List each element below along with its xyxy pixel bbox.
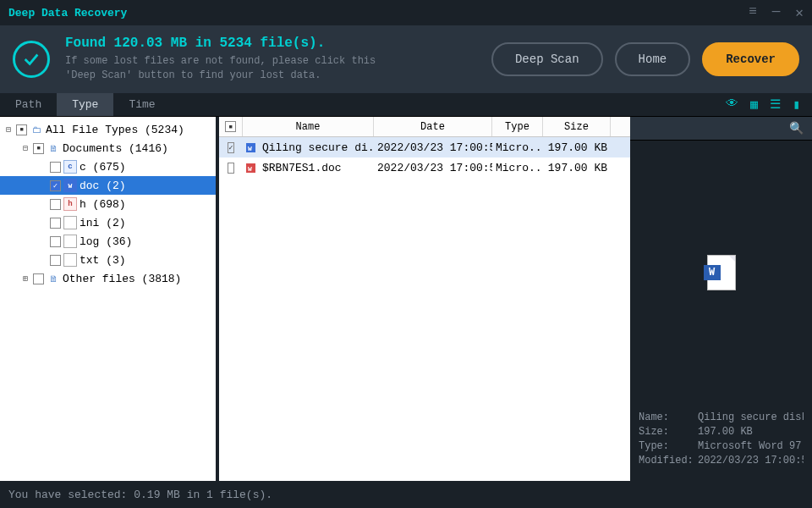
- h-file-icon: h: [63, 197, 77, 211]
- tree-checkbox[interactable]: ✓: [50, 180, 61, 191]
- tree-documents[interactable]: Documents (1416): [63, 142, 168, 155]
- file-preview: [630, 141, 812, 405]
- file-checkbox[interactable]: [228, 163, 234, 174]
- col-size[interactable]: Size: [543, 117, 611, 136]
- detail-type-label: Type:: [639, 440, 698, 452]
- app-title: Deep Data Recovery: [8, 7, 127, 19]
- file-checkbox[interactable]: [228, 142, 234, 153]
- tree-doc[interactable]: doc (2): [80, 179, 126, 192]
- tree-checkbox[interactable]: [16, 124, 27, 135]
- ini-file-icon: [63, 216, 77, 229]
- file-size: 197.00 KB: [543, 162, 611, 174]
- tree-txt[interactable]: txt (3): [80, 254, 126, 267]
- detail-size: 197.00 KB: [698, 426, 804, 438]
- col-name[interactable]: Name: [243, 117, 374, 136]
- tree-c[interactable]: c (675): [80, 161, 126, 174]
- tree-checkbox[interactable]: [50, 199, 61, 210]
- minimize-icon[interactable]: —: [772, 4, 781, 21]
- tab-type[interactable]: Type: [57, 93, 113, 116]
- word-file-icon: [707, 255, 736, 290]
- file-date: 2022/03/23 17:00:58: [374, 162, 492, 174]
- menu-icon[interactable]: ≡: [749, 4, 757, 21]
- home-button[interactable]: Home: [615, 42, 691, 76]
- deep-scan-button[interactable]: Deep Scan: [491, 42, 603, 76]
- success-check-icon: [13, 41, 50, 78]
- preview-icon[interactable]: 👁: [726, 97, 738, 113]
- col-date[interactable]: Date: [374, 117, 492, 136]
- scan-hint-line2: 'Deep Scan' button to find your lost dat…: [65, 69, 491, 83]
- collapse-icon[interactable]: ⊟: [20, 143, 30, 153]
- svg-text:W: W: [248, 165, 252, 173]
- file-date: 2022/03/23 17:00:58: [374, 141, 492, 154]
- tree-checkbox[interactable]: [50, 218, 61, 229]
- file-row[interactable]: W$RBN7ES1.doc 2022/03/23 17:00:58 Micro.…: [219, 157, 630, 178]
- tree-checkbox[interactable]: [50, 162, 61, 173]
- detail-name: Qiling secure disk s: [698, 411, 804, 423]
- c-file-icon: c: [63, 160, 77, 174]
- status-text: You have selected: 0.19 MB in 1 file(s).: [8, 489, 272, 501]
- detail-name-label: Name:: [639, 411, 698, 423]
- close-icon[interactable]: ✕: [795, 4, 804, 21]
- other-icon: 🗎: [47, 272, 60, 285]
- file-type-tree: ⊟ 🗀 All File Types (5234) ⊟ 🗎 Documents …: [0, 117, 216, 481]
- tree-log[interactable]: log (36): [80, 235, 132, 248]
- folder-icon: 🗀: [30, 123, 43, 136]
- tab-path[interactable]: Path: [0, 93, 57, 116]
- detail-view-icon[interactable]: ▮: [793, 97, 800, 113]
- scan-result-title: Found 120.03 MB in 5234 file(s).: [65, 36, 491, 51]
- scan-hint-line1: If some lost files are not found, please…: [65, 54, 491, 69]
- search-icon[interactable]: 🔍: [789, 121, 804, 135]
- tree-checkbox[interactable]: [33, 273, 44, 284]
- documents-icon: 🗎: [47, 141, 60, 155]
- grid-view-icon[interactable]: ▦: [750, 97, 758, 113]
- tree-ini[interactable]: ini (2): [80, 217, 126, 229]
- file-details: Name:Qiling secure disk s Size:197.00 KB…: [630, 405, 812, 481]
- file-type: Micro...: [492, 162, 543, 174]
- search-bar[interactable]: 🔍: [630, 117, 812, 141]
- doc-file-icon: W: [63, 179, 77, 192]
- tree-checkbox[interactable]: [33, 143, 44, 154]
- file-list: Name Date Type Size WQiling secure di...…: [216, 117, 630, 481]
- file-size: 197.00 KB: [543, 141, 611, 154]
- detail-type: Microsoft Word 97 -: [698, 440, 804, 452]
- collapse-icon[interactable]: ⊟: [3, 124, 14, 135]
- word-icon: W: [246, 141, 259, 154]
- txt-file-icon: [63, 253, 77, 267]
- detail-size-label: Size:: [639, 426, 698, 438]
- expand-icon[interactable]: ⊞: [20, 273, 30, 284]
- recover-button[interactable]: Recover: [702, 42, 799, 76]
- file-row[interactable]: WQiling secure di... 2022/03/23 17:00:58…: [219, 137, 630, 157]
- tree-checkbox[interactable]: [50, 236, 61, 247]
- tab-time[interactable]: Time: [113, 93, 170, 116]
- svg-text:W: W: [248, 145, 252, 152]
- file-type: Micro...: [492, 141, 543, 154]
- file-name: Qiling secure di...: [262, 141, 374, 154]
- select-all-checkbox[interactable]: [225, 121, 236, 132]
- tree-other[interactable]: Other files (3818): [63, 273, 181, 285]
- log-file-icon: [63, 235, 77, 248]
- list-view-icon[interactable]: ☰: [770, 97, 781, 113]
- file-name: $RBN7ES1.doc: [262, 162, 342, 174]
- detail-modified: 2022/03/23 17:00:58: [698, 455, 804, 467]
- tree-checkbox[interactable]: [50, 255, 61, 266]
- tree-all-types[interactable]: All File Types (5234): [46, 124, 184, 136]
- word-icon: W: [246, 162, 259, 174]
- col-type[interactable]: Type: [492, 117, 543, 136]
- detail-modified-label: Modified:: [639, 455, 698, 467]
- tree-h[interactable]: h (698): [80, 198, 126, 211]
